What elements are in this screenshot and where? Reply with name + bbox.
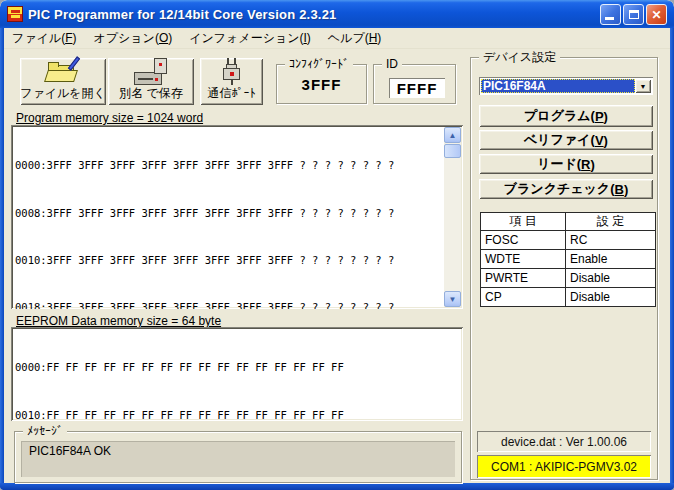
com-port-status: COM1 : AKIPIC-PGMV3.02 [477, 455, 651, 478]
id-input[interactable]: FFFF [389, 78, 445, 98]
plug-icon [221, 58, 243, 85]
id-group: ID FFFF [373, 64, 456, 104]
menubar: ファイル(F) オプション(O) インフォメーション(I) ヘルプ(H) [4, 28, 670, 49]
hex-line: 0000:3FFF 3FFF 3FFF 3FFF 3FFF 3FFF 3FFF … [15, 158, 442, 174]
device-dat-version: device.dat : Ver 1.00.06 [477, 431, 651, 452]
message-text: PIC16F84A OK [29, 444, 111, 458]
hex-line: 0010:3FFF 3FFF 3FFF 3FFF 3FFF 3FFF 3FFF … [15, 253, 442, 269]
open-folder-icon [45, 58, 81, 85]
window-title: PIC Programmer for 12/14bit Core Version… [28, 7, 337, 22]
read-button[interactable]: リード(R) [479, 154, 653, 174]
program-memory-lines: 0000:3FFF 3FFF 3FFF 3FFF 3FFF 3FFF 3FFF … [15, 127, 442, 309]
blank-check-button[interactable]: ブランクチェック(B) [479, 179, 653, 199]
eeprom-lines: 0000:FF FF FF FF FF FF FF FF FF FF FF FF… [15, 329, 442, 421]
menu-help[interactable]: ヘルプ(H) [328, 30, 382, 47]
chevron-down-icon: ▼ [640, 83, 647, 90]
config-table: 項 目 設 定 FOSC RC WDTE Enable PWRTE Disabl… [480, 212, 656, 307]
device-select[interactable]: PIC16F84A ▼ [479, 77, 653, 95]
message-group: ﾒｯｾｰｼﾞ PIC16F84A OK [14, 431, 462, 483]
minimize-button[interactable] [600, 4, 621, 25]
menu-file[interactable]: ファイル(F) [12, 30, 76, 47]
open-file-button[interactable]: ファイルを開く [20, 58, 106, 105]
program-memory-label: Program memory size = 1024 word [16, 111, 203, 125]
comm-port-button[interactable]: 通信ﾎﾟｰﾄ [200, 58, 263, 105]
table-row[interactable]: WDTE Enable [481, 250, 656, 269]
device-select-value[interactable]: PIC16F84A [481, 79, 635, 93]
save-disk-icon [133, 58, 169, 85]
hex-line: 0000:FF FF FF FF FF FF FF FF FF FF FF FF… [15, 360, 442, 376]
window-border-left [0, 28, 4, 483]
hex-line: 0008:3FFF 3FFF 3FFF 3FFF 3FFF 3FFF 3FFF … [15, 206, 442, 222]
menu-information[interactable]: インフォメーション(I) [189, 30, 311, 47]
program-memory-scrollbar[interactable]: ▲ ▼ [444, 127, 461, 307]
config-table-header: 項 目 設 定 [481, 213, 656, 231]
table-row[interactable]: PWRTE Disable [481, 269, 656, 288]
device-settings-label: デバイス設定 [479, 50, 560, 64]
config-table-header-item: 項 目 [481, 213, 566, 231]
minimize-icon [605, 17, 614, 20]
maximize-button[interactable] [623, 4, 644, 25]
open-file-label: ファイルを開く [20, 85, 106, 102]
verify-button[interactable]: ベリファイ(V) [479, 130, 653, 150]
titlebar[interactable]: PIC Programmer for 12/14bit Core Version… [0, 0, 674, 28]
table-row[interactable]: FOSC RC [481, 231, 656, 250]
maximize-icon [629, 10, 639, 19]
scroll-down-icon[interactable]: ▼ [444, 291, 461, 307]
menu-options[interactable]: オプション(O) [93, 30, 172, 47]
device-select-dropdown-button[interactable]: ▼ [635, 79, 651, 93]
program-memory-dump[interactable]: 0000:3FFF 3FFF 3FFF 3FFF 3FFF 3FFF 3FFF … [11, 125, 463, 309]
close-button[interactable]: ✕ [646, 4, 667, 25]
window-border-right [670, 28, 674, 483]
message-label: ﾒｯｾｰｼﾞ [23, 424, 67, 438]
close-icon: ✕ [651, 8, 661, 22]
config-word-group: ｺﾝﾌｨｸﾞﾜｰﾄﾞ 3FFF [276, 64, 367, 104]
eeprom-dump[interactable]: 0000:FF FF FF FF FF FF FF FF FF FF FF FF… [11, 327, 463, 421]
save-as-button[interactable]: 別名 で保存 [108, 58, 194, 105]
id-value: FFFF [397, 80, 438, 97]
hex-line: 0018:3FFF 3FFF 3FFF 3FFF 3FFF 3FFF 3FFF … [15, 300, 442, 309]
scrollbar-thumb[interactable] [444, 144, 461, 158]
id-label: ID [382, 57, 402, 71]
app-icon [7, 6, 23, 22]
message-box: PIC16F84A OK [21, 441, 455, 477]
save-as-label: 別名 で保存 [119, 85, 183, 102]
scroll-up-icon[interactable]: ▲ [444, 127, 461, 143]
app-window: PIC Programmer for 12/14bit Core Version… [0, 0, 674, 490]
table-row[interactable]: CP Disable [481, 288, 656, 307]
window-border-bottom [0, 483, 674, 490]
comm-port-label: 通信ﾎﾟｰﾄ [208, 85, 256, 102]
eeprom-label: EEPROM Data memory size = 64 byte [16, 314, 221, 328]
config-table-header-setting: 設 定 [566, 213, 656, 231]
hex-line: 0010:FF FF FF FF FF FF FF FF FF FF FF FF… [15, 408, 442, 421]
config-word-value: 3FFF [302, 76, 342, 93]
program-button[interactable]: プログラム(P) [479, 105, 653, 127]
